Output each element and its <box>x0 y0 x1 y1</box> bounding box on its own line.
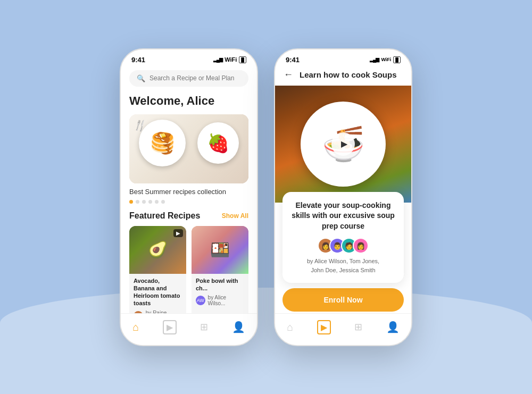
search-icon: 🔍 <box>137 74 145 82</box>
home-icon-right: ⌂ <box>287 321 293 333</box>
show-all-button[interactable]: Show All <box>222 212 248 220</box>
search-bar[interactable]: 🔍 <box>129 70 248 87</box>
dot-4 <box>148 200 152 204</box>
recipe-author-2: AW by Alice Wilso... <box>196 295 244 306</box>
play-icon: ▶ <box>341 139 347 149</box>
hero-image: 🍴 🥞 🍓 <box>129 114 248 183</box>
wifi-icon: WiFi <box>225 56 237 63</box>
enroll-button[interactable]: Enroll Now <box>282 288 404 312</box>
recipe-info-2: Poke bowl with ch... AW by Alice Wilso..… <box>192 274 248 310</box>
recipe-image-2: 🍱 <box>192 226 248 274</box>
profile-icon-right: 👤 <box>386 321 400 333</box>
grid-icon-left: ⊞ <box>200 321 208 333</box>
bottom-nav-left: ⌂ ▶ ⊞ 👤 <box>121 313 257 345</box>
section-header: Featured Recipes Show All <box>129 211 248 221</box>
author-avatar-2: AW <box>196 296 205 305</box>
video-icon-small: ▶ <box>176 230 180 236</box>
dot-6 <box>161 200 165 204</box>
search-input[interactable] <box>149 74 241 82</box>
pancake-plate: 🥞 <box>139 120 186 166</box>
video-badge-1: ▶ <box>173 229 183 237</box>
instructors-avatars: 👩 👨 🧑 👩 <box>291 238 395 254</box>
instructor-by: by Alice Wilson, Tom Jones, John Doe, Je… <box>291 257 395 274</box>
signal-icon-right: ▂▄▆ <box>370 57 379 62</box>
phone-content-left: 🔍 Welcome, Alice 🍴 🥞 🍓 Best <box>121 66 257 314</box>
signal-icon: ▂▄▆ <box>213 57 222 62</box>
soup-image: 🍜 ▶ <box>275 86 411 203</box>
status-bar-right: 9:41 ▂▄▆ WiFi █ <box>275 49 411 66</box>
nav-home-right[interactable]: ⌂ <box>287 321 293 333</box>
battery-icon-right: █ <box>393 56 401 63</box>
recipes-grid: 🥑 ▶ Avocado, Banana and Heirloom tomato … <box>129 226 248 314</box>
course-title: Elevate your soup-cooking skills with ou… <box>291 200 395 232</box>
wifi-icon-right: WiFi <box>381 57 391 62</box>
dot-5 <box>155 200 159 204</box>
dot-1 <box>129 200 133 204</box>
nav-grid-left[interactable]: ⊞ <box>200 321 208 333</box>
home-icon-left: ⌂ <box>132 321 139 333</box>
right-header: ← Learn how to cook Soups <box>275 66 411 86</box>
bottom-nav-right: ⌂ ▶ ⊞ 👤 <box>275 313 411 345</box>
welcome-text: Welcome, Alice <box>129 94 248 108</box>
recipe-image-1: 🥑 ▶ <box>129 226 186 274</box>
section-title: Featured Recipes <box>129 211 200 221</box>
grid-icon-right: ⊞ <box>354 321 362 333</box>
time-right: 9:41 <box>286 56 300 64</box>
nav-home-left[interactable]: ⌂ <box>132 321 139 333</box>
recipe-card-1[interactable]: 🥑 ▶ Avocado, Banana and Heirloom tomato … <box>129 226 186 314</box>
author-name-2: by Alice Wilso... <box>208 295 244 306</box>
play-icon-left: ▶ <box>163 320 177 334</box>
hero-caption: Best Summer recipes collection <box>129 188 248 196</box>
nav-play-right[interactable]: ▶ <box>317 320 331 334</box>
dot-2 <box>136 200 139 204</box>
profile-icon-left: 👤 <box>232 321 245 333</box>
carousel-dots <box>129 200 248 204</box>
recipe-title-1: Avocado, Banana and Heirloom tomato toas… <box>134 277 182 307</box>
back-button[interactable]: ← <box>284 69 293 80</box>
berry-plate: 🍓 <box>197 122 239 164</box>
status-bar-left: 9:41 ▂▄▆ WiFi █ <box>121 49 257 66</box>
nav-profile-left[interactable]: 👤 <box>232 321 245 333</box>
course-card: Elevate your soup-cooking skills with ou… <box>282 192 404 283</box>
time-left: 9:41 <box>131 56 145 64</box>
recipe-info-1: Avocado, Banana and Heirloom tomato toas… <box>129 274 186 314</box>
play-icon-right: ▶ <box>317 320 331 334</box>
phones-container: 9:41 ▂▄▆ WiFi █ 🔍 Welcome, Alice <box>120 48 412 346</box>
status-icons-left: ▂▄▆ WiFi █ <box>213 56 246 63</box>
hero-food-visual: 🍴 🥞 🍓 <box>129 114 248 183</box>
dot-3 <box>142 200 146 204</box>
nav-grid-right[interactable]: ⊞ <box>354 321 362 333</box>
recipe-title-2: Poke bowl with ch... <box>196 277 244 292</box>
status-icons-right: ▂▄▆ WiFi █ <box>370 56 401 63</box>
play-button[interactable]: ▶ <box>331 132 355 156</box>
nav-profile-right[interactable]: 👤 <box>386 321 400 333</box>
recipe-card-2[interactable]: 🍱 Poke bowl with ch... AW by Alice Wilso… <box>192 226 248 314</box>
right-title: Learn how to cook Soups <box>300 70 397 79</box>
left-phone: 9:41 ▂▄▆ WiFi █ 🔍 Welcome, Alice <box>120 48 258 346</box>
nav-play-left[interactable]: ▶ <box>163 320 177 334</box>
right-phone: 9:41 ▂▄▆ WiFi █ ← Learn how to cook Soup… <box>274 48 412 346</box>
battery-icon: █ <box>239 56 246 63</box>
instructor-avatar-4: 👩 <box>353 238 369 254</box>
